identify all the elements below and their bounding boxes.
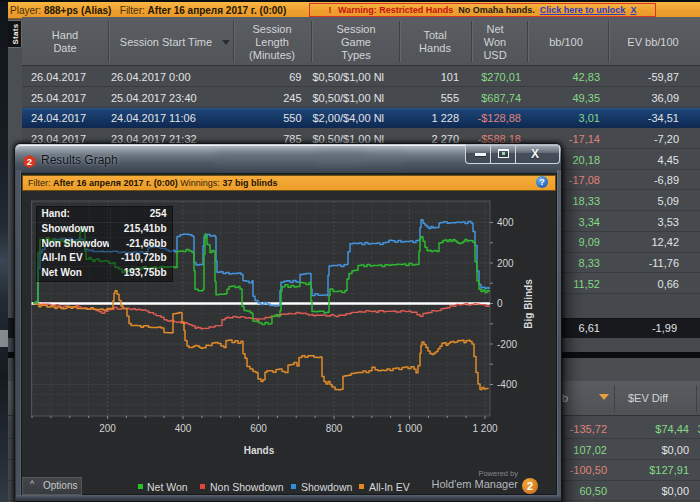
svg-text:600: 600 xyxy=(250,423,267,434)
svg-text:200: 200 xyxy=(99,423,116,434)
svg-text:2: 2 xyxy=(27,156,32,167)
svg-text:-400: -400 xyxy=(497,379,517,390)
svg-text:1 200: 1 200 xyxy=(472,423,497,434)
svg-text:200: 200 xyxy=(497,258,514,269)
svg-text:Big Blinds: Big Blinds xyxy=(523,279,534,329)
svg-text:400: 400 xyxy=(175,423,192,434)
svg-text:400: 400 xyxy=(497,217,514,228)
svg-text:0: 0 xyxy=(497,298,503,309)
svg-text:1 000: 1 000 xyxy=(397,423,422,434)
svg-text:800: 800 xyxy=(326,423,343,434)
svg-text:Hands: Hands xyxy=(244,445,275,456)
svg-text:-200: -200 xyxy=(497,339,517,350)
